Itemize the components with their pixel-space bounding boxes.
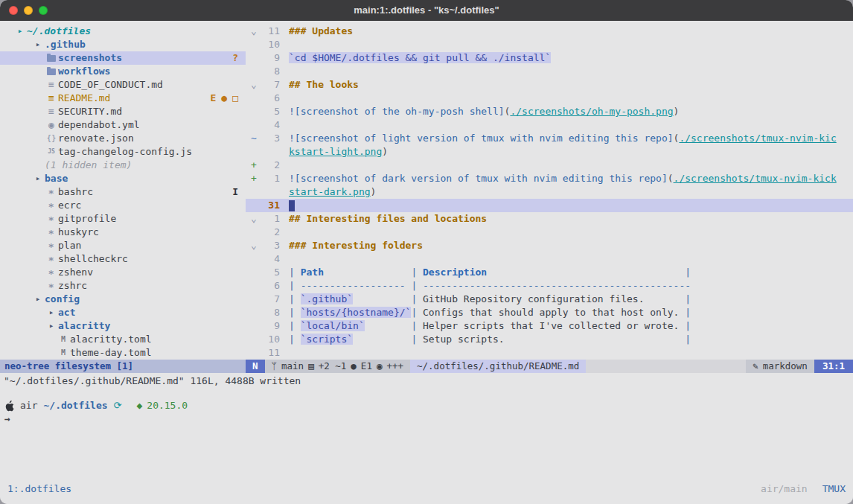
line-number: 3 <box>262 239 280 252</box>
editor-line[interactable]: 11 <box>246 346 853 360</box>
tree-item-label: README.md <box>58 92 110 105</box>
nvim-statusline: N ᛘ main ▤ +2 ~1 ● E1 ◉ +++ ~/.dotfiles/… <box>246 360 853 373</box>
editor-line[interactable]: 6 <box>246 92 853 105</box>
line-text <box>289 226 853 239</box>
tree-item[interactable]: (1 hidden item) <box>0 159 246 172</box>
editor-line[interactable]: 4 <box>246 118 853 132</box>
tree-item[interactable]: ▸alacritty <box>0 319 246 333</box>
sign-column <box>246 65 262 78</box>
line-text <box>289 92 853 105</box>
json-file-icon: {} <box>45 132 58 145</box>
editor-line[interactable]: 7| `.github` | GitHub Repository configu… <box>246 293 853 306</box>
editor-line[interactable]: ~3![screenshot of light version of tmux … <box>246 132 853 145</box>
line-number: 5 <box>262 266 280 279</box>
line-number: 9 <box>262 319 280 333</box>
tree-item[interactable]: {}renovate.json <box>0 132 246 145</box>
tree-item-label: CODE_OF_CONDUCT.md <box>58 78 163 92</box>
tree-item[interactable]: ▸base <box>0 172 246 185</box>
line-number: 4 <box>262 118 280 132</box>
line-text: | ------------------ | -----------------… <box>289 279 853 293</box>
editor-line[interactable]: +1![screenshot of dark version of tmux w… <box>246 172 853 185</box>
editor-line[interactable]: 5| Path | Description | <box>246 266 853 279</box>
tree-item[interactable]: Mtheme-day.toml <box>0 346 246 360</box>
line-number: 1 <box>262 212 280 226</box>
editor-line[interactable]: 8 <box>246 65 853 78</box>
sign-column <box>246 279 262 293</box>
editor-line[interactable]: kstart-light.png) <box>246 145 853 159</box>
tree-item-label: act <box>58 306 75 319</box>
tree-item-label: zshrc <box>58 279 87 293</box>
tree-item[interactable]: ▸~/.dotfiles <box>0 25 246 38</box>
tree-item[interactable]: ≡README.mdE●□ <box>0 92 246 105</box>
chevron-icon: ▸ <box>31 38 45 51</box>
line-text <box>289 65 853 78</box>
tree-item[interactable]: JStag-changelog-config.js <box>0 145 246 159</box>
line-number: 7 <box>262 78 280 92</box>
tree-item[interactable]: ∗plan <box>0 239 246 252</box>
tmux-statusbar: 1:.dotfiles air/main TMUX <box>0 482 853 496</box>
zoom-button[interactable] <box>39 6 48 15</box>
filetype-icon: ✎ <box>753 360 758 373</box>
tree-item[interactable]: ▸act <box>0 306 246 319</box>
sign-column <box>246 346 262 360</box>
editor-line[interactable]: ⌄3### Interesting folders <box>246 239 853 252</box>
shell-input-line[interactable]: → <box>0 412 853 426</box>
tmux-window-tab[interactable]: 1:.dotfiles <box>7 482 71 496</box>
editor-line[interactable]: 31 <box>246 199 853 212</box>
sign-column <box>246 319 262 333</box>
sign-column <box>246 105 262 118</box>
tree-item[interactable]: ∗bashrcI <box>0 185 246 199</box>
line-text: ### Interesting folders <box>289 239 853 252</box>
editor-buffer[interactable]: ⌄11### Updates109`cd $HOME/.dotfiles && … <box>246 21 853 360</box>
tree-item[interactable]: ◉dependabot.yml <box>0 118 246 132</box>
sign-column <box>246 38 262 51</box>
tree-item[interactable]: ≡CODE_OF_CONDUCT.md <box>0 78 246 92</box>
line-text: ![screenshot of dark version of tmux wit… <box>289 172 853 185</box>
editor-line[interactable]: 9| `local/bin` | Helper scripts that I'v… <box>246 319 853 333</box>
tree-item[interactable]: ∗shellcheckrc <box>0 252 246 266</box>
titlebar: main:1:.dotfiles - "ks~/.dotfiles" <box>0 0 853 21</box>
status-badge: ? <box>232 51 238 65</box>
editor-line[interactable]: +2 <box>246 159 853 172</box>
tree-item[interactable]: ∗gitprofile <box>0 212 246 226</box>
tree-item[interactable]: Malacritty.toml <box>0 333 246 346</box>
tree-item[interactable]: ▸config <box>0 293 246 306</box>
shell-pane[interactable]: air ~/.dotfiles ⟳ ◆ 20.15.0 → <box>0 399 853 426</box>
editor-line[interactable]: 4 <box>246 252 853 266</box>
line-text: ![screenshot of the oh-my-posh shell](./… <box>289 105 853 118</box>
editor-line[interactable]: ⌄7## The looks <box>246 78 853 92</box>
editor-line[interactable]: 8| `hosts/{hostname}/`| Configs that sho… <box>246 306 853 319</box>
editor-line[interactable]: ⌄1## Interesting files and locations <box>246 212 853 226</box>
editor-line[interactable]: ⌄11### Updates <box>246 25 853 38</box>
editor-line[interactable]: 5![screenshot of the oh-my-posh shell](.… <box>246 105 853 118</box>
tree-item[interactable]: ▸.github <box>0 38 246 51</box>
line-text <box>289 252 853 266</box>
editor-line[interactable]: 6| ------------------ | ----------------… <box>246 279 853 293</box>
tree-item[interactable]: workflows <box>0 65 246 78</box>
editor-line[interactable]: start-dark.png) <box>246 185 853 199</box>
sign-column <box>246 252 262 266</box>
diff-icon: ▤ <box>308 360 314 373</box>
tree-item[interactable]: ∗huskyrc <box>0 226 246 239</box>
tree-item[interactable]: ≡SECURITY.md <box>0 105 246 118</box>
sign-column <box>246 118 262 132</box>
tree-item[interactable]: ∗zshenv <box>0 266 246 279</box>
editor-line[interactable]: 9`cd $HOME/.dotfiles && git pull && ./in… <box>246 51 853 65</box>
terminal-content: ▸~/.dotfiles▸.githubscreenshots?workflow… <box>0 21 853 504</box>
close-button[interactable] <box>9 6 18 15</box>
sign-column <box>246 306 262 319</box>
minimize-button[interactable] <box>24 6 33 15</box>
tree-item[interactable]: ∗zshrc <box>0 279 246 293</box>
tree-item[interactable]: ∗ecrc <box>0 199 246 212</box>
tree-item-label: ~/.dotfiles <box>27 25 91 38</box>
line-number: 6 <box>262 92 280 105</box>
editor-line[interactable]: 2 <box>246 226 853 239</box>
editor-line[interactable]: 10 <box>246 38 853 51</box>
line-number: 5 <box>262 105 280 118</box>
toml-file-icon: M <box>57 333 70 346</box>
tree-item[interactable]: screenshots? <box>0 51 246 65</box>
cwd: ~/.dotfiles <box>43 399 107 412</box>
editor-line[interactable]: 10| `scripts` | Setup scripts. | <box>246 333 853 346</box>
line-number: 10 <box>262 38 280 51</box>
sign-column <box>246 145 262 159</box>
